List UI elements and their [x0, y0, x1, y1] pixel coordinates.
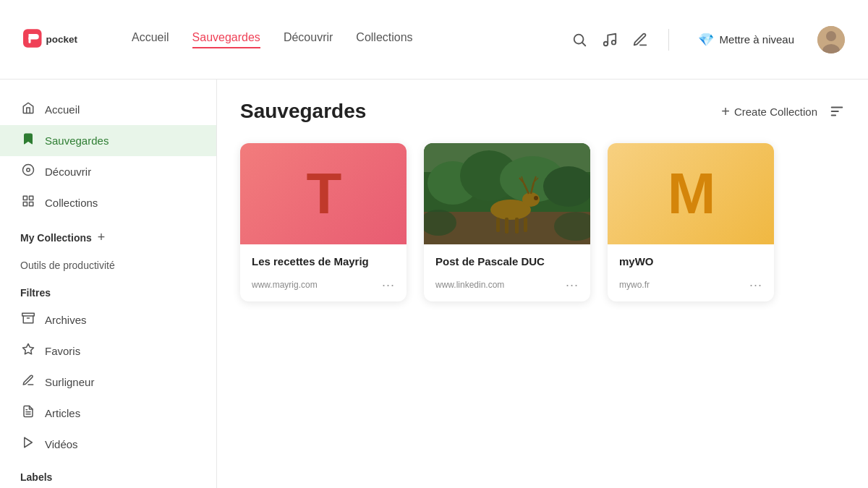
- card-mayrig-title: Les recettes de Mayrig: [252, 254, 395, 269]
- nav-links: Accueil Sauvegardes Découvrir Collection…: [132, 31, 413, 48]
- svg-marker-18: [23, 344, 34, 354]
- card-mayrig-body: Les recettes de Mayrig www.mayrig.com ··…: [240, 244, 407, 301]
- article-icon: [20, 405, 36, 421]
- svg-point-6: [611, 40, 616, 43]
- videos-label: Vidéos: [45, 438, 78, 450]
- card-mywo-title: myWO: [619, 254, 762, 269]
- svg-rect-36: [515, 218, 519, 234]
- topnav: pocket Accueil Sauvegardes Découvrir Col…: [0, 0, 868, 80]
- card-mywo-menu[interactable]: ···: [749, 278, 762, 293]
- add-collection-button[interactable]: +: [98, 230, 106, 245]
- listen-button[interactable]: [602, 32, 618, 48]
- card-pascale-menu[interactable]: ···: [566, 278, 579, 293]
- svg-point-11: [27, 168, 30, 172]
- sidebar-item-articles[interactable]: Articles: [0, 398, 216, 429]
- svg-rect-13: [30, 196, 33, 200]
- card-pascale-body: Post de Pascale DUC www.linkedin.com ···: [424, 244, 590, 301]
- upgrade-button[interactable]: 💎 Mettre à niveau: [689, 27, 803, 52]
- sidebar-item-surligneur[interactable]: Surligneur: [0, 367, 216, 398]
- bookmark-icon: [20, 132, 36, 149]
- card-mywo-footer: mywo.fr ···: [619, 278, 762, 293]
- sidebar-item-collections[interactable]: Collections: [0, 187, 216, 218]
- svg-rect-1: [29, 36, 31, 43]
- card-pascale-url: www.linkedin.com: [435, 280, 504, 290]
- svg-marker-21: [25, 437, 33, 448]
- svg-rect-12: [23, 196, 27, 200]
- star-icon: [20, 343, 36, 359]
- nav-collections[interactable]: Collections: [356, 31, 412, 48]
- filtres-label: Filtres: [0, 275, 216, 304]
- sidebar-item-decouvrir[interactable]: Découvrir: [0, 156, 216, 187]
- home-icon: [20, 101, 36, 118]
- svg-text:pocket: pocket: [46, 34, 78, 45]
- upgrade-label: Mettre à niveau: [720, 33, 794, 46]
- sidebar-sub-outils[interactable]: Outils de productivité: [0, 255, 216, 275]
- main-header: Sauvegardes + Create Collection: [240, 100, 845, 123]
- edit-button[interactable]: [632, 32, 648, 48]
- card-pascale-title: Post de Pascale DUC: [435, 254, 579, 269]
- card-mywo-body: myWO mywo.fr ···: [608, 244, 774, 301]
- page-title: Sauvegardes: [240, 100, 366, 123]
- cards-grid: T Les recettes de Mayrig www.mayrig.com …: [240, 143, 845, 301]
- gem-icon: 💎: [698, 32, 714, 48]
- card-mywo-url: mywo.fr: [619, 280, 650, 290]
- collections-icon: [20, 194, 36, 211]
- pocket-logo[interactable]: pocket: [23, 29, 88, 51]
- my-collections-section: My Collections +: [0, 218, 216, 255]
- search-button[interactable]: [571, 32, 587, 48]
- create-collection-button[interactable]: + Create Collection: [721, 103, 817, 120]
- sidebar-sauvegardes-label: Sauvegardes: [45, 134, 109, 147]
- sidebar-item-archives[interactable]: Archives: [0, 304, 216, 335]
- svg-point-8: [826, 31, 836, 41]
- sidebar-accueil-label: Accueil: [45, 103, 80, 116]
- surligneur-label: Surligneur: [45, 376, 94, 388]
- nav-decouvrir[interactable]: Découvrir: [284, 31, 333, 48]
- sort-button[interactable]: [829, 103, 845, 119]
- sidebar-item-videos[interactable]: Vidéos: [0, 429, 216, 460]
- card-mayrig-footer: www.mayrig.com ···: [252, 278, 395, 293]
- svg-rect-15: [30, 202, 33, 206]
- archives-label: Archives: [45, 314, 87, 326]
- sidebar-item-favoris[interactable]: Favoris: [0, 335, 216, 367]
- svg-line-4: [582, 43, 585, 46]
- sidebar-collections-label: Collections: [45, 197, 98, 209]
- card-mayrig-url: www.mayrig.com: [252, 280, 318, 290]
- favoris-label: Favoris: [45, 345, 80, 357]
- svg-rect-34: [496, 218, 500, 232]
- card-mayrig-menu[interactable]: ···: [382, 278, 395, 293]
- archive-icon: [20, 312, 36, 328]
- svg-rect-35: [505, 218, 509, 234]
- create-collection-label: Create Collection: [734, 106, 817, 118]
- card-mayrig-thumb: T: [240, 143, 407, 244]
- sidebar-decouvrir-label: Découvrir: [45, 166, 91, 178]
- my-collections-header: My Collections +: [20, 230, 196, 245]
- svg-rect-16: [22, 313, 35, 316]
- card-mayrig[interactable]: T Les recettes de Mayrig www.mayrig.com …: [240, 143, 407, 301]
- card-pascale-thumb: [424, 143, 590, 244]
- nav-right: 💎 Mettre à niveau: [571, 26, 845, 53]
- sidebar-item-accueil[interactable]: Accueil: [0, 94, 216, 125]
- articles-label: Articles: [45, 407, 80, 419]
- discover-icon: [20, 163, 36, 180]
- video-icon: [20, 436, 36, 453]
- card-pascale-footer: www.linkedin.com ···: [435, 278, 579, 293]
- my-collections-label: My Collections: [20, 232, 92, 244]
- nav-divider: [668, 29, 669, 51]
- card-mywo-thumb: M: [608, 143, 774, 244]
- layout: Accueil Sauvegardes Découvrir: [0, 80, 868, 488]
- svg-rect-14: [23, 202, 27, 206]
- card-pascale[interactable]: Post de Pascale DUC www.linkedin.com ···: [424, 143, 590, 301]
- user-avatar[interactable]: [817, 26, 845, 53]
- svg-point-38: [534, 196, 538, 200]
- labels-label: Labels: [0, 460, 216, 488]
- svg-point-10: [23, 165, 34, 176]
- nav-sauvegardes[interactable]: Sauvegardes: [192, 31, 260, 48]
- nav-accueil[interactable]: Accueil: [132, 31, 169, 48]
- sidebar: Accueil Sauvegardes Découvrir: [0, 80, 217, 488]
- highlight-icon: [20, 374, 36, 390]
- svg-rect-37: [524, 218, 527, 232]
- sidebar-item-sauvegardes[interactable]: Sauvegardes: [0, 125, 216, 156]
- svg-point-3: [574, 34, 583, 43]
- svg-point-5: [603, 41, 608, 46]
- card-mywo[interactable]: M myWO mywo.fr ···: [608, 143, 774, 301]
